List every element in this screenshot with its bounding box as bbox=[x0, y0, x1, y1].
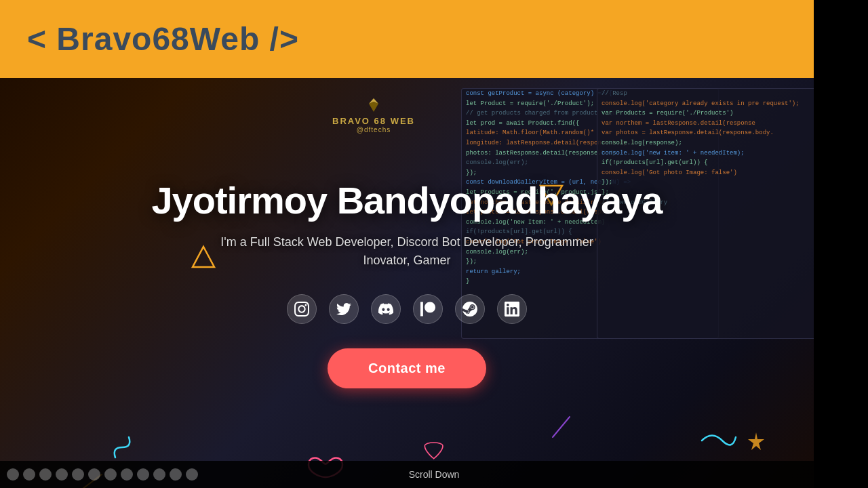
scroll-down-icon bbox=[420, 439, 448, 466]
contact-button[interactable]: Contact me bbox=[328, 348, 486, 388]
linkedin-icon[interactable] bbox=[497, 294, 527, 324]
discord-icon[interactable] bbox=[371, 294, 401, 324]
social-icons-row bbox=[287, 294, 527, 324]
hero-name: Jyotirmoy Bandyopadhayaya bbox=[151, 178, 662, 222]
instagram-icon[interactable] bbox=[287, 294, 317, 324]
steam-icon[interactable] bbox=[455, 294, 485, 324]
site-title: < Bravo68Web /> bbox=[27, 20, 299, 58]
right-panel bbox=[814, 0, 868, 488]
hero-subtitle: I'm a Full Stack Web Developer, Discord … bbox=[220, 233, 593, 270]
hero-content: Jyotirmoy Bandyopadhayaya I'm a Full Sta… bbox=[0, 78, 814, 488]
scroll-down-label: Scroll Down bbox=[409, 469, 460, 480]
twitter-icon[interactable] bbox=[329, 294, 359, 324]
header: < Bravo68Web /> bbox=[0, 0, 814, 78]
scroll-down-indicator: Scroll Down bbox=[409, 439, 460, 480]
patreon-icon[interactable] bbox=[413, 294, 443, 324]
